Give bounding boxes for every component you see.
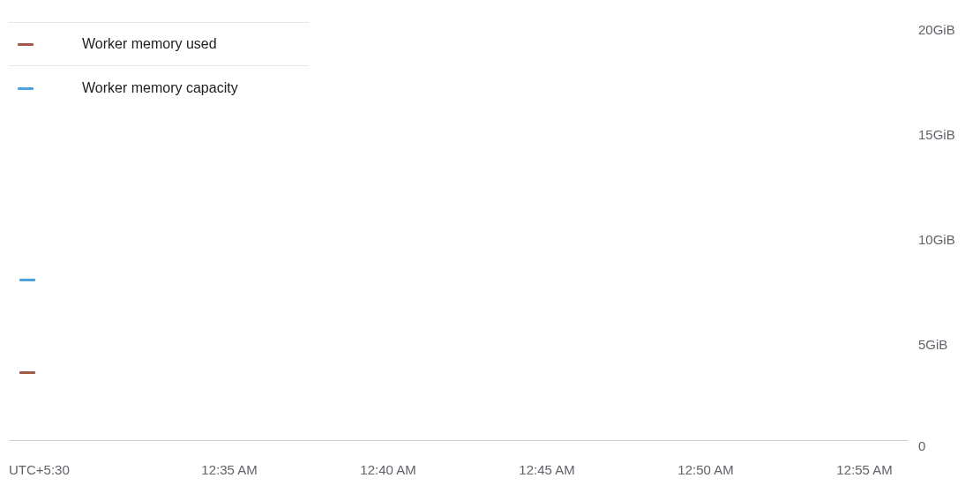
x-tick-3: 12:50 AM <box>677 462 733 477</box>
x-tick-4: 12:55 AM <box>836 462 892 477</box>
legend-label-capacity: Worker memory capacity <box>82 80 238 96</box>
y-tick-0: 0 <box>918 438 925 453</box>
x-timezone: UTC+5:30 <box>9 462 70 477</box>
legend-swatch-capacity <box>18 87 34 90</box>
series-used-stub <box>19 371 35 374</box>
x-tick-1: 12:40 AM <box>360 462 415 477</box>
chart-legend: Worker memory used Worker memory capacit… <box>9 22 309 110</box>
y-axis: 20GiB 15GiB 10GiB 5GiB 0 <box>918 0 980 459</box>
y-tick-10: 10GiB <box>918 232 955 247</box>
legend-item-used[interactable]: Worker memory used <box>9 22 309 66</box>
legend-label-used: Worker memory used <box>82 36 217 52</box>
series-capacity-stub <box>19 279 35 281</box>
x-axis: UTC+5:30 12:35 AM 12:40 AM 12:45 AM 12:5… <box>9 458 909 484</box>
y-tick-20: 20GiB <box>918 22 955 37</box>
x-tick-0: 12:35 AM <box>201 462 257 477</box>
y-tick-5: 5GiB <box>918 337 947 352</box>
y-tick-15: 15GiB <box>918 127 955 142</box>
x-tick-2: 12:45 AM <box>519 462 574 477</box>
legend-item-capacity[interactable]: Worker memory capacity <box>9 66 309 110</box>
legend-swatch-used <box>18 43 34 46</box>
